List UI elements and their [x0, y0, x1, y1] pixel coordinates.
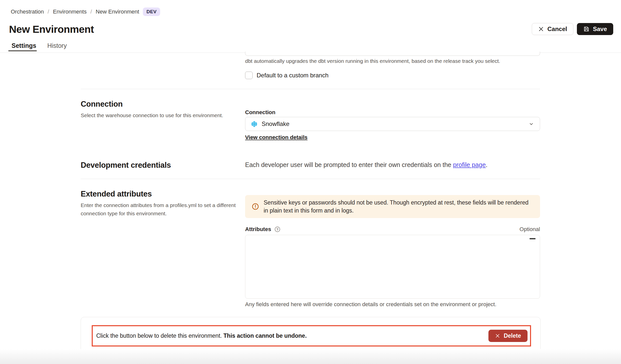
breadcrumb-separator: /: [90, 9, 92, 15]
attributes-helper: Any fields entered here will override co…: [245, 301, 496, 308]
extended-attributes-description: Enter the connection attributes from a p…: [81, 201, 241, 218]
collapse-icon[interactable]: [530, 238, 536, 239]
dev-credentials-heading: Development credentials: [81, 161, 171, 170]
attributes-editor[interactable]: [245, 235, 540, 299]
attributes-label: Attributes: [245, 226, 271, 233]
warning-icon: [252, 203, 259, 210]
connection-selected-value: Snowflake: [262, 120, 528, 127]
page-bottom-fade: [0, 349, 621, 364]
breadcrumb: Orchestration / Environments / New Envir…: [11, 8, 160, 16]
x-icon: [495, 333, 500, 338]
custom-branch-row: Default to a custom branch: [245, 72, 329, 79]
header-actions: Cancel Save: [532, 23, 613, 35]
cancel-button[interactable]: Cancel: [532, 23, 573, 35]
profile-page-link[interactable]: profile page: [453, 161, 486, 168]
delete-button[interactable]: Delete: [488, 330, 528, 342]
release-track-helper: dbt automatically upgrades the dbt versi…: [245, 58, 500, 64]
breadcrumb-orchestration[interactable]: Orchestration: [11, 9, 44, 15]
tab-history[interactable]: History: [47, 42, 67, 49]
extended-attributes-heading: Extended attributes: [81, 190, 152, 199]
section-divider: [81, 179, 540, 179]
chevron-down-icon: [528, 121, 534, 127]
snowflake-icon: [251, 121, 258, 127]
connection-section-heading: Connection: [81, 100, 123, 109]
svg-text:?: ?: [276, 228, 278, 231]
dev-credentials-text: Each developer user will be prompted to …: [245, 161, 487, 168]
breadcrumb-separator: /: [48, 9, 49, 15]
delete-environment-text: Click the button below to delete this en…: [96, 332, 307, 339]
annotation-highlight: Click the button below to delete this en…: [92, 325, 531, 346]
custom-branch-label: Default to a custom branch: [257, 72, 329, 79]
new-environment-page: Orchestration / Environments / New Envir…: [0, 0, 621, 364]
section-divider: [81, 89, 540, 89]
environment-type-badge: DEV: [143, 8, 160, 16]
x-icon: [538, 26, 544, 32]
tab-bar: Settings History: [12, 42, 67, 49]
breadcrumb-current: New Environment: [96, 9, 139, 15]
sensitive-keys-warning-banner: Sensitive keys or passwords should not b…: [245, 195, 540, 218]
active-tab-underline: [8, 50, 37, 51]
optional-label: Optional: [520, 226, 540, 233]
release-track-select-partial[interactable]: [245, 52, 540, 56]
connection-section-description: Select the warehouse connection to use f…: [81, 111, 236, 119]
help-icon[interactable]: ?: [274, 226, 281, 233]
custom-branch-checkbox[interactable]: [245, 72, 253, 79]
warning-text: Sensitive keys or passwords should not b…: [264, 199, 534, 215]
connection-field-label: Connection: [245, 109, 275, 116]
breadcrumb-environments[interactable]: Environments: [53, 9, 87, 15]
page-title: New Environment: [9, 24, 94, 35]
tab-settings[interactable]: Settings: [12, 42, 36, 49]
attributes-label-row: Attributes ? Optional: [245, 226, 540, 233]
connection-select[interactable]: Snowflake: [245, 117, 540, 131]
save-icon: [583, 26, 590, 32]
save-button[interactable]: Save: [577, 23, 613, 35]
view-connection-details-link[interactable]: View connection details: [245, 134, 307, 141]
